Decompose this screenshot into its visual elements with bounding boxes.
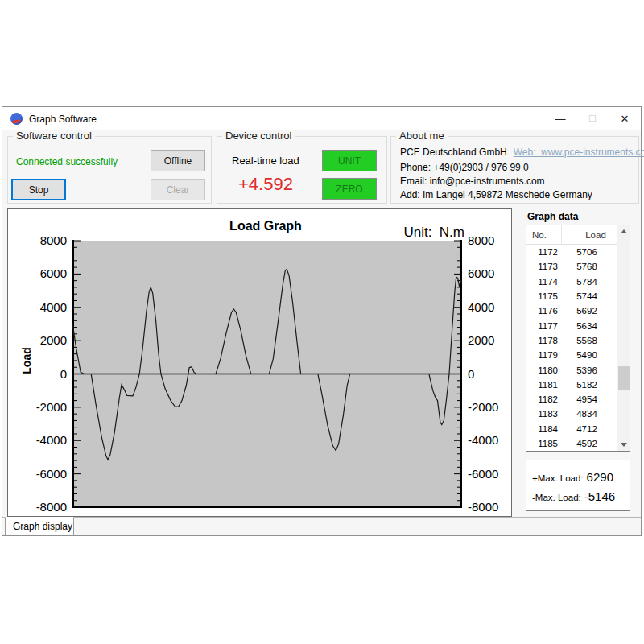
connection-status: Connected successfully	[16, 156, 118, 167]
cell-no: 1172	[526, 247, 562, 257]
table-row: 11765692	[526, 303, 617, 318]
table-row: 11815182	[526, 378, 617, 392]
table-scrollbar[interactable]	[617, 225, 630, 451]
unit-button[interactable]: UNIT	[322, 150, 377, 171]
table-row: 11745784	[526, 275, 617, 289]
min-load-value: -5146	[584, 489, 615, 503]
y-axis-tick-label-right: -8000	[468, 500, 498, 514]
y-axis-tick-label-right: 6000	[468, 266, 494, 280]
phone-line: Phone: +49(0)2903 / 976 99 0	[400, 162, 529, 173]
table-row: 11805396	[526, 362, 617, 377]
table-row: 11844712	[526, 422, 617, 436]
y-axis-tick-label-right: -6000	[468, 467, 498, 481]
cell-load: 5744	[562, 291, 617, 301]
y-axis-tick-label-left: -6000	[36, 467, 67, 481]
cell-load: 4592	[562, 439, 617, 448]
load-chart: -8000-8000-6000-6000-4000-4000-2000-2000…	[8, 209, 513, 518]
y-axis-tick-label-left: -8000	[36, 500, 67, 514]
cell-load: 5182	[562, 380, 617, 390]
company-line: PCE Deutschland GmbHWeb: www.pce-instrum…	[400, 147, 644, 158]
scroll-down-icon[interactable]	[617, 439, 630, 451]
cell-load: 5396	[562, 365, 617, 375]
y-axis-tick-label-right: 0	[468, 367, 474, 381]
tab-strip-divider	[2, 517, 641, 518]
table-row: 11775634	[526, 318, 617, 332]
about-groupbox: About me PCE Deutschland GmbHWeb: www.pc…	[390, 136, 639, 204]
tab-graph-display[interactable]: Graph display	[5, 517, 74, 535]
graph-panel: -8000-8000-6000-6000-4000-4000-2000-2000…	[7, 208, 512, 517]
software-control-groupbox: Software control Connected successfully …	[7, 136, 212, 204]
cell-load: 5692	[562, 306, 617, 316]
cell-load: 5768	[562, 262, 617, 271]
cell-load: 5490	[562, 350, 617, 360]
chart-title: Load Graph	[149, 219, 382, 233]
cell-no: 1182	[526, 394, 562, 404]
cell-load: 5568	[562, 336, 617, 345]
app-window: Graph Software — ☐ ✕ Software control Co…	[2, 106, 642, 536]
title-bar: Graph Software — ☐ ✕	[2, 107, 641, 130]
table-row: 11725706	[526, 245, 617, 259]
address-line: Add: Im Langel 4,59872 Meschede Germany	[400, 189, 592, 200]
cell-load: 5634	[562, 321, 617, 331]
cell-no: 1185	[526, 439, 562, 448]
cell-no: 1178	[526, 336, 562, 345]
table-header: No. Load	[526, 225, 630, 245]
table-body: 1172570611735768117457841175574411765692…	[526, 245, 617, 451]
realtime-load-value: +4.592	[238, 174, 293, 195]
scrollbar-thumb[interactable]	[618, 366, 630, 390]
y-axis-tick-label-right: 4000	[468, 300, 494, 314]
cell-no: 1174	[526, 277, 562, 287]
software-control-title: Software control	[13, 130, 95, 142]
table-row: 11735768	[526, 259, 617, 274]
y-axis-tick-label-left: 8000	[40, 233, 67, 247]
y-axis-tick-label-left: 4000	[40, 300, 67, 314]
cell-load: 5706	[562, 247, 617, 257]
cell-load: 4712	[562, 424, 617, 434]
device-control-title: Device control	[222, 130, 295, 142]
y-axis-tick-label-right: -2000	[468, 400, 498, 414]
web-link[interactable]: Web: www.pce-instruments.com	[514, 147, 644, 158]
scroll-up-icon[interactable]	[617, 225, 630, 237]
cell-no: 1176	[526, 306, 562, 316]
cell-no: 1183	[526, 409, 562, 419]
max-load-box: +Max. Load:6290 -Max. Load:-5146	[526, 460, 630, 511]
y-axis-tick-label-left: 0	[60, 367, 67, 381]
cell-no: 1181	[526, 380, 562, 390]
email-line: Email: info@pce-instruments.com	[400, 175, 545, 187]
device-control-groupbox: Device control Real-time load +4.592 UNI…	[217, 136, 387, 204]
cell-no: 1175	[526, 291, 562, 301]
y-axis-tick-label-right: 2000	[468, 333, 494, 347]
table-row: 11795490	[526, 348, 617, 362]
y-axis-tick-label-left: -2000	[36, 400, 67, 414]
cell-load: 5784	[562, 277, 617, 287]
cell-no: 1180	[526, 365, 562, 375]
window-title: Graph Software	[29, 114, 97, 125]
close-button[interactable]: ✕	[609, 107, 641, 130]
desktop-background: Graph Software — ☐ ✕ Software control Co…	[0, 0, 644, 644]
table-row: 11824954	[526, 392, 617, 407]
table-row: 11785568	[526, 333, 617, 348]
y-axis-tick-label-left: 2000	[40, 333, 67, 347]
app-icon	[10, 113, 23, 125]
maximize-button[interactable]: ☐	[576, 107, 609, 130]
cell-no: 1179	[526, 350, 562, 360]
cell-no: 1184	[526, 424, 562, 434]
y-axis-label: Load	[20, 347, 33, 374]
minimize-button[interactable]: —	[544, 107, 576, 130]
zero-button[interactable]: ZERO	[322, 178, 377, 200]
unit-label: Unit: N.m	[403, 225, 464, 241]
data-table[interactable]: No. Load 1172570611735768117457841175574…	[526, 225, 630, 452]
stop-button[interactable]: Stop	[11, 179, 66, 200]
company-name: PCE Deutschland GmbH	[400, 147, 507, 158]
cell-load: 4834	[562, 409, 617, 419]
y-axis-tick-label-right: 8000	[468, 233, 494, 247]
about-title: About me	[396, 130, 448, 142]
table-row: 11755744	[526, 289, 617, 303]
table-row: 11834834	[526, 407, 617, 421]
column-header-no: No.	[526, 225, 562, 244]
max-load-value: 6290	[587, 470, 613, 484]
min-load-line: -Max. Load:-5146	[532, 489, 615, 503]
offline-button[interactable]: Offline	[151, 150, 205, 171]
cell-no: 1177	[526, 321, 562, 331]
clear-button[interactable]: Clear	[151, 179, 205, 200]
